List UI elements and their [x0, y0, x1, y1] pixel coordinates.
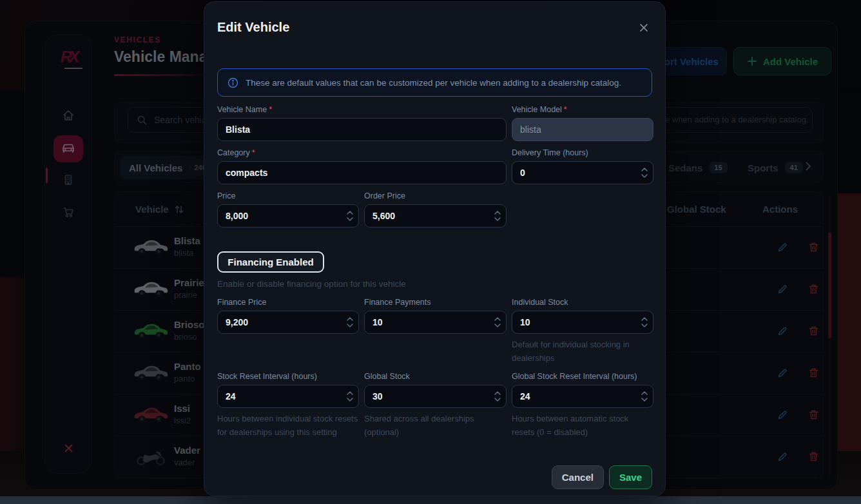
- modal-footer: Cancel Save: [552, 465, 652, 489]
- cancel-button[interactable]: Cancel: [552, 465, 604, 489]
- info-banner: These are default values that can be cus…: [217, 68, 652, 97]
- number-stepper[interactable]: [494, 317, 501, 327]
- field-helper-text: Shared across all dealerships (optional): [364, 412, 507, 439]
- field-stock-reset-interval: Stock Reset Interval (hours) Hours betwe…: [217, 372, 359, 439]
- field-label: Finance Payments: [364, 298, 507, 307]
- order-price-input[interactable]: [364, 204, 507, 228]
- finance-payments-input[interactable]: [364, 311, 507, 334]
- finance-price-input[interactable]: [217, 311, 359, 334]
- price-input[interactable]: [217, 204, 359, 228]
- field-label: Vehicle Model: [512, 105, 562, 114]
- field-global-stock: Global Stock Shared across all dealershi…: [364, 372, 507, 439]
- field-label: Global Stock: [364, 372, 507, 381]
- close-icon: [638, 26, 650, 35]
- field-finance-price: Finance Price: [217, 298, 359, 365]
- vehicle-model-input: [512, 118, 653, 141]
- empty-cell: [512, 191, 653, 228]
- required-asterisk: *: [564, 105, 567, 114]
- info-banner-text: These are default values that can be cus…: [246, 78, 621, 88]
- field-vehicle-model: Vehicle Model*: [512, 105, 653, 141]
- number-stepper[interactable]: [347, 391, 353, 402]
- field-category: Category*: [217, 148, 507, 184]
- form-grid-bottom: Finance Price Finance Payments Individua…: [217, 298, 652, 439]
- field-label: Order Price: [364, 191, 507, 200]
- field-label: Delivery Time (hours): [512, 148, 653, 157]
- background-floor-strip: [0, 496, 861, 504]
- field-label: Category: [217, 148, 250, 157]
- field-label: Global Stock Reset Interval (hours): [512, 372, 653, 381]
- number-stepper[interactable]: [641, 317, 648, 327]
- field-label: Vehicle Name: [217, 105, 267, 114]
- field-helper-text: Hours between automatic stock resets (0 …: [512, 412, 653, 439]
- modal-title: Edit Vehicle: [217, 20, 652, 35]
- field-order-price: Order Price: [364, 191, 507, 228]
- number-stepper[interactable]: [494, 211, 501, 221]
- number-stepper[interactable]: [347, 317, 353, 327]
- field-label: Individual Stock: [512, 298, 653, 307]
- field-helper-text: Default for individual stocking in deale…: [512, 338, 653, 365]
- field-delivery-time: Delivery Time (hours): [512, 148, 653, 184]
- category-input[interactable]: [217, 161, 507, 184]
- field-label: Price: [217, 191, 359, 200]
- global-stock-input[interactable]: [364, 385, 507, 408]
- number-stepper[interactable]: [641, 168, 648, 178]
- field-helper-text: Hours between individual stock resets fo…: [217, 412, 359, 439]
- required-asterisk: *: [269, 105, 272, 114]
- global-stock-reset-interval-input[interactable]: [512, 385, 653, 408]
- financing-helper-text: Enable or disable financing option for t…: [217, 279, 652, 289]
- field-vehicle-name: Vehicle Name*: [217, 105, 507, 141]
- field-label: Finance Price: [217, 298, 359, 307]
- field-global-stock-reset-interval: Global Stock Reset Interval (hours) Hour…: [512, 372, 653, 439]
- delivery-time-input[interactable]: [512, 161, 653, 184]
- stock-reset-interval-input[interactable]: [217, 385, 359, 408]
- form-grid-top: Vehicle Name* Vehicle Model* Category* D…: [217, 105, 652, 228]
- screen: RX: [0, 0, 861, 504]
- vehicle-name-input[interactable]: [217, 118, 507, 141]
- field-individual-stock: Individual Stock Default for individual …: [512, 298, 653, 365]
- info-icon: [227, 77, 238, 88]
- field-label: Stock Reset Interval (hours): [217, 372, 359, 381]
- financing-toggle-button[interactable]: Financing Enabled: [217, 251, 324, 273]
- number-stepper[interactable]: [641, 391, 648, 402]
- number-stepper[interactable]: [347, 211, 353, 221]
- field-finance-payments: Finance Payments: [364, 298, 507, 365]
- edit-vehicle-modal: Edit Vehicle These are default values th…: [204, 1, 666, 496]
- save-button[interactable]: Save: [609, 465, 652, 489]
- individual-stock-input[interactable]: [512, 311, 653, 334]
- number-stepper[interactable]: [494, 391, 501, 402]
- field-price: Price: [217, 191, 359, 228]
- modal-close-button[interactable]: [637, 21, 651, 35]
- required-asterisk: *: [252, 148, 255, 157]
